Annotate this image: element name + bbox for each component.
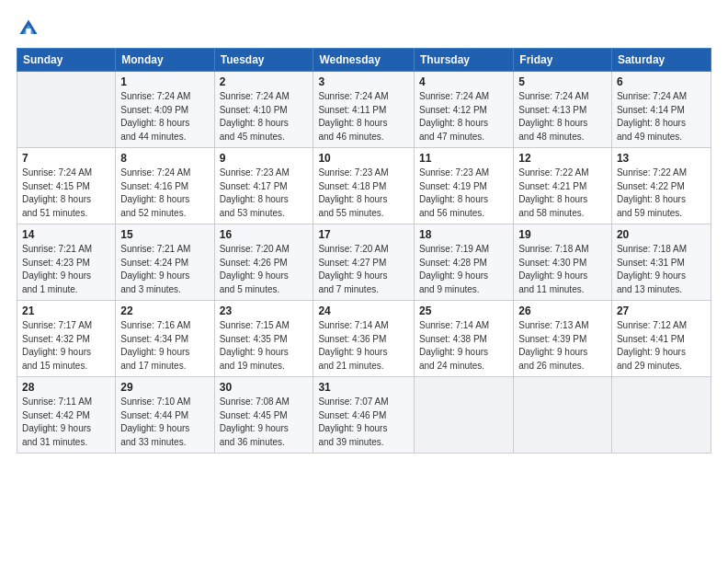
day-number: 8 bbox=[120, 152, 209, 165]
day-number: 22 bbox=[120, 304, 209, 317]
day-info: Sunrise: 7:13 AMSunset: 4:39 PMDaylight:… bbox=[518, 319, 607, 373]
calendar-cell: 11Sunrise: 7:23 AMSunset: 4:19 PMDayligh… bbox=[414, 148, 513, 224]
day-number: 6 bbox=[617, 75, 706, 88]
day-number: 30 bbox=[220, 381, 309, 394]
header bbox=[17, 17, 711, 40]
day-info: Sunrise: 7:24 AMSunset: 4:16 PMDaylight:… bbox=[120, 167, 209, 220]
day-info: Sunrise: 7:22 AMSunset: 4:21 PMDaylight:… bbox=[518, 167, 607, 220]
day-info: Sunrise: 7:21 AMSunset: 4:23 PMDaylight:… bbox=[22, 243, 110, 296]
day-number: 5 bbox=[518, 75, 607, 88]
day-info: Sunrise: 7:16 AMSunset: 4:34 PMDaylight:… bbox=[120, 319, 209, 373]
day-info: Sunrise: 7:24 AMSunset: 4:13 PMDaylight:… bbox=[518, 90, 607, 144]
weekday-header-wednesday: Wednesday bbox=[313, 49, 415, 72]
calendar-cell: 5Sunrise: 7:24 AMSunset: 4:13 PMDaylight… bbox=[514, 72, 612, 148]
day-info: Sunrise: 7:24 AMSunset: 4:15 PMDaylight:… bbox=[22, 167, 110, 220]
day-info: Sunrise: 7:18 AMSunset: 4:31 PMDaylight:… bbox=[617, 243, 706, 296]
day-info: Sunrise: 7:23 AMSunset: 4:17 PMDaylight:… bbox=[220, 167, 309, 220]
calendar-cell: 28Sunrise: 7:11 AMSunset: 4:42 PMDayligh… bbox=[17, 377, 116, 454]
day-number: 29 bbox=[120, 381, 209, 394]
calendar-cell bbox=[611, 377, 711, 454]
day-number: 19 bbox=[518, 228, 607, 241]
calendar-cell: 29Sunrise: 7:10 AMSunset: 4:44 PMDayligh… bbox=[116, 377, 214, 454]
day-info: Sunrise: 7:22 AMSunset: 4:22 PMDaylight:… bbox=[617, 167, 706, 220]
day-info: Sunrise: 7:12 AMSunset: 4:41 PMDaylight:… bbox=[617, 319, 706, 373]
logo-icon bbox=[17, 17, 40, 40]
calendar-cell: 21Sunrise: 7:17 AMSunset: 4:32 PMDayligh… bbox=[17, 301, 116, 377]
calendar-cell: 8Sunrise: 7:24 AMSunset: 4:16 PMDaylight… bbox=[116, 148, 214, 224]
calendar-cell: 31Sunrise: 7:07 AMSunset: 4:46 PMDayligh… bbox=[313, 377, 415, 454]
calendar-table: SundayMondayTuesdayWednesdayThursdayFrid… bbox=[17, 48, 711, 454]
day-info: Sunrise: 7:24 AMSunset: 4:10 PMDaylight:… bbox=[220, 90, 309, 144]
calendar-cell: 9Sunrise: 7:23 AMSunset: 4:17 PMDaylight… bbox=[214, 148, 313, 224]
weekday-header-friday: Friday bbox=[514, 49, 612, 72]
day-info: Sunrise: 7:07 AMSunset: 4:46 PMDaylight:… bbox=[318, 396, 409, 449]
day-info: Sunrise: 7:14 AMSunset: 4:36 PMDaylight:… bbox=[318, 319, 409, 373]
day-number: 23 bbox=[220, 304, 309, 317]
calendar-cell: 1Sunrise: 7:24 AMSunset: 4:09 PMDaylight… bbox=[116, 72, 214, 148]
calendar-cell: 27Sunrise: 7:12 AMSunset: 4:41 PMDayligh… bbox=[611, 301, 711, 377]
day-info: Sunrise: 7:11 AMSunset: 4:42 PMDaylight:… bbox=[22, 396, 110, 449]
day-info: Sunrise: 7:17 AMSunset: 4:32 PMDaylight:… bbox=[22, 319, 110, 373]
calendar-cell: 12Sunrise: 7:22 AMSunset: 4:21 PMDayligh… bbox=[514, 148, 612, 224]
weekday-header-tuesday: Tuesday bbox=[214, 49, 313, 72]
week-row-2: 7Sunrise: 7:24 AMSunset: 4:15 PMDaylight… bbox=[17, 148, 711, 224]
calendar-cell: 16Sunrise: 7:20 AMSunset: 4:26 PMDayligh… bbox=[214, 224, 313, 301]
logo bbox=[17, 17, 44, 40]
day-info: Sunrise: 7:24 AMSunset: 4:11 PMDaylight:… bbox=[318, 90, 409, 144]
day-number: 25 bbox=[419, 304, 508, 317]
calendar-cell: 6Sunrise: 7:24 AMSunset: 4:14 PMDaylight… bbox=[611, 72, 711, 148]
week-row-5: 28Sunrise: 7:11 AMSunset: 4:42 PMDayligh… bbox=[17, 377, 711, 454]
day-number: 31 bbox=[318, 381, 409, 394]
calendar-cell: 14Sunrise: 7:21 AMSunset: 4:23 PMDayligh… bbox=[17, 224, 116, 301]
day-info: Sunrise: 7:20 AMSunset: 4:26 PMDaylight:… bbox=[220, 243, 309, 296]
day-number: 20 bbox=[617, 228, 706, 241]
day-number: 21 bbox=[22, 304, 110, 317]
day-number: 12 bbox=[518, 152, 607, 165]
weekday-header-saturday: Saturday bbox=[611, 49, 711, 72]
day-info: Sunrise: 7:23 AMSunset: 4:18 PMDaylight:… bbox=[318, 167, 409, 220]
svg-rect-2 bbox=[26, 29, 30, 34]
day-number: 24 bbox=[318, 304, 409, 317]
calendar-cell: 18Sunrise: 7:19 AMSunset: 4:28 PMDayligh… bbox=[414, 224, 513, 301]
calendar-cell: 20Sunrise: 7:18 AMSunset: 4:31 PMDayligh… bbox=[611, 224, 711, 301]
day-number: 14 bbox=[22, 228, 110, 241]
day-number: 27 bbox=[617, 304, 706, 317]
week-row-3: 14Sunrise: 7:21 AMSunset: 4:23 PMDayligh… bbox=[17, 224, 711, 301]
weekday-header-sunday: Sunday bbox=[17, 49, 116, 72]
day-number: 17 bbox=[318, 228, 409, 241]
day-info: Sunrise: 7:15 AMSunset: 4:35 PMDaylight:… bbox=[220, 319, 309, 373]
day-info: Sunrise: 7:20 AMSunset: 4:27 PMDaylight:… bbox=[318, 243, 409, 296]
calendar-cell bbox=[17, 72, 116, 148]
day-number: 7 bbox=[22, 152, 110, 165]
calendar-cell: 23Sunrise: 7:15 AMSunset: 4:35 PMDayligh… bbox=[214, 301, 313, 377]
day-number: 10 bbox=[318, 152, 409, 165]
day-number: 13 bbox=[617, 152, 706, 165]
day-info: Sunrise: 7:21 AMSunset: 4:24 PMDaylight:… bbox=[120, 243, 209, 296]
day-info: Sunrise: 7:14 AMSunset: 4:38 PMDaylight:… bbox=[419, 319, 508, 373]
calendar-cell bbox=[414, 377, 513, 454]
page: SundayMondayTuesdayWednesdayThursdayFrid… bbox=[0, 0, 728, 563]
calendar-cell: 7Sunrise: 7:24 AMSunset: 4:15 PMDaylight… bbox=[17, 148, 116, 224]
day-info: Sunrise: 7:23 AMSunset: 4:19 PMDaylight:… bbox=[419, 167, 508, 220]
day-info: Sunrise: 7:24 AMSunset: 4:14 PMDaylight:… bbox=[617, 90, 706, 144]
day-number: 2 bbox=[220, 75, 309, 88]
day-info: Sunrise: 7:10 AMSunset: 4:44 PMDaylight:… bbox=[120, 396, 209, 449]
day-number: 1 bbox=[120, 75, 209, 88]
calendar-cell: 15Sunrise: 7:21 AMSunset: 4:24 PMDayligh… bbox=[116, 224, 214, 301]
day-info: Sunrise: 7:18 AMSunset: 4:30 PMDaylight:… bbox=[518, 243, 607, 296]
calendar-cell: 30Sunrise: 7:08 AMSunset: 4:45 PMDayligh… bbox=[214, 377, 313, 454]
day-info: Sunrise: 7:19 AMSunset: 4:28 PMDaylight:… bbox=[419, 243, 508, 296]
week-row-1: 1Sunrise: 7:24 AMSunset: 4:09 PMDaylight… bbox=[17, 72, 711, 148]
day-number: 3 bbox=[318, 75, 409, 88]
day-info: Sunrise: 7:24 AMSunset: 4:12 PMDaylight:… bbox=[419, 90, 508, 144]
week-row-4: 21Sunrise: 7:17 AMSunset: 4:32 PMDayligh… bbox=[17, 301, 711, 377]
calendar-cell: 2Sunrise: 7:24 AMSunset: 4:10 PMDaylight… bbox=[214, 72, 313, 148]
calendar-cell: 13Sunrise: 7:22 AMSunset: 4:22 PMDayligh… bbox=[611, 148, 711, 224]
day-number: 9 bbox=[220, 152, 309, 165]
day-number: 26 bbox=[518, 304, 607, 317]
day-info: Sunrise: 7:08 AMSunset: 4:45 PMDaylight:… bbox=[220, 396, 309, 449]
day-number: 18 bbox=[419, 228, 508, 241]
day-number: 15 bbox=[120, 228, 209, 241]
day-info: Sunrise: 7:24 AMSunset: 4:09 PMDaylight:… bbox=[120, 90, 209, 144]
day-number: 4 bbox=[419, 75, 508, 88]
